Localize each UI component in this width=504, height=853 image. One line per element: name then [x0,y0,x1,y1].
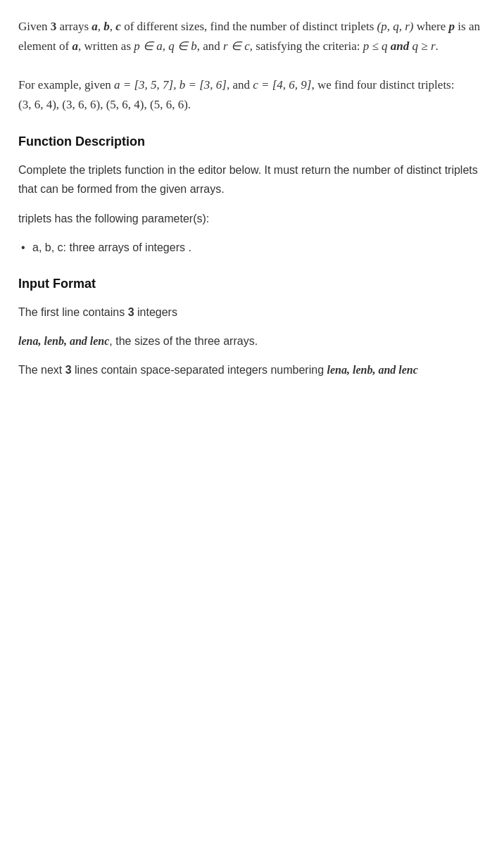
main-content: Given 3 arrays a, b, c of different size… [18,17,486,379]
param-abc: a, b, c: three arrays of integers . [18,238,486,257]
intro-text: Given 3 arrays a, b, c of different size… [18,17,486,56]
function-params-list: a, b, c: three arrays of integers . [18,238,486,257]
lena-lenb-lenc-label: lena, lenb, and lenc [18,335,109,347]
num-3-arrays: 3 [51,20,57,33]
example-text: For example, given a = [3, 5, 7], b = [3… [18,75,486,95]
function-description-heading: Function Description [18,132,486,152]
input-line3: The next 3 lines contain space-separated… [18,360,486,379]
input-format-heading: Input Format [18,274,486,294]
lena-lenb-lenc-label2: lena, lenb, and lenc [327,364,418,376]
input-line2: lena, lenb, and lenc, the sizes of the t… [18,331,486,350]
triplets-list: (3, 6, 4), (3, 6, 6), (5, 6, 4), (5, 6, … [18,95,486,115]
function-description-body2: triplets has the following parameter(s): [18,209,486,228]
input-line1: The first line contains 3 integers [18,303,486,322]
num-3-lines: 3 [65,364,72,376]
num-3-integers: 3 [128,306,134,318]
function-description-body1: Complete the triplets function in the ed… [18,160,486,198]
intro-block: Given 3 arrays a, b, c of different size… [18,17,486,115]
